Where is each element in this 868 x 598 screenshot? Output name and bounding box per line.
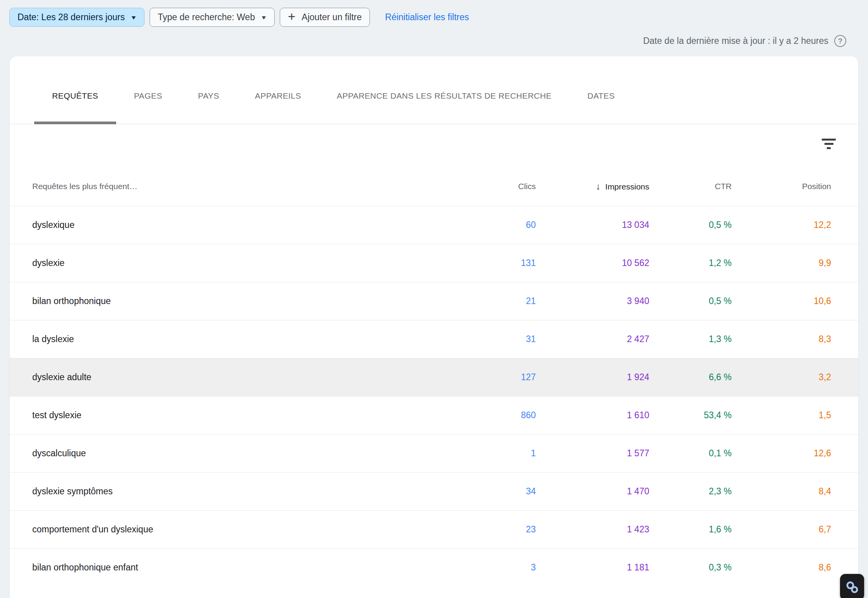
impressions-cell: 1 423 [536,510,649,548]
impressions-cell: 1 470 [536,472,649,510]
tab-dates[interactable]: DATES [570,68,633,124]
column-header-position[interactable]: Position [732,167,858,206]
impressions-cell: 2 427 [536,320,649,358]
impressions-cell: 1 181 [536,548,649,586]
ctr-cell: 1,6 % [649,510,732,548]
ctr-cell: 0,5 % [649,206,732,244]
position-cell: 6,7 [732,510,858,548]
clics-cell: 131 [423,244,536,282]
clics-cell: 1 [423,434,536,472]
impressions-cell: 13 034 [536,206,649,244]
clics-cell: 23 [423,510,536,548]
chevron-down-icon: ▼ [260,14,267,21]
ctr-cell: 6,6 % [649,358,732,396]
clics-cell: 127 [423,358,536,396]
clics-cell: 60 [423,206,536,244]
position-cell: 12,2 [732,206,858,244]
query-cell: comportement d'un dyslexique [10,510,423,548]
impressions-cell: 1 924 [536,358,649,396]
search-type-filter-chip[interactable]: Type de recherche: Web ▼ [150,8,275,27]
column-header-ctr[interactable]: CTR [649,167,732,206]
column-header-queries[interactable]: Requêtes les plus fréquent… [10,167,423,206]
table-row[interactable]: dyslexie adulte1271 9246,6 %3,2 [10,358,858,396]
table-row[interactable]: test dyslexie8601 61053,4 %1,5 [10,396,858,434]
table-row[interactable]: dyslexie13110 5621,2 %9,9 [10,244,858,282]
tab-apparence[interactable]: APPARENCE DANS LES RÉSULTATS DE RECHERCH… [319,68,570,124]
query-cell: dyslexie [10,244,423,282]
clics-cell: 21 [423,282,536,320]
position-cell: 8,4 [732,472,858,510]
position-cell: 12,6 [732,434,858,472]
position-cell: 8,6 [732,548,858,586]
help-icon[interactable]: ? [834,35,846,47]
impressions-cell: 1 610 [536,396,649,434]
ctr-cell: 1,2 % [649,244,732,282]
report-card: REQUÊTESPAGESPAYSAPPAREILSAPPARENCE DANS… [10,56,858,598]
search-type-filter-label: Type de recherche: Web [158,12,255,23]
tab-pages[interactable]: PAGES [116,68,180,124]
clics-cell: 31 [423,320,536,358]
position-cell: 9,9 [732,244,858,282]
table-header-row: Requêtes les plus fréquent… Clics ↓Impre… [10,167,858,206]
query-cell: dyscalculique [10,434,423,472]
table-row[interactable]: bilan orthophonique enfant31 1810,3 %8,6 [10,548,858,586]
query-cell: bilan orthophonique enfant [10,548,423,586]
add-filter-label: Ajouter un filtre [302,12,362,23]
table-row[interactable]: bilan orthophonique213 9400,5 %10,6 [10,282,858,320]
last-update-text: Date de la dernière mise à jour : il y a… [643,36,828,46]
tab-appareils[interactable]: APPAREILS [237,68,319,124]
query-cell: dyslexie symptômes [10,472,423,510]
query-cell: dyslexie adulte [10,358,423,396]
tab-pays[interactable]: PAYS [180,68,237,124]
sort-descending-icon: ↓ [596,181,601,191]
column-header-impressions[interactable]: ↓Impressions [536,167,649,206]
ctr-cell: 53,4 % [649,396,732,434]
share-link-button[interactable] [840,574,864,598]
chevron-down-icon: ▼ [130,14,137,21]
last-update-line: Date de la dernière mise à jour : il y a… [643,35,846,47]
reset-filters-link[interactable]: Réinitialiser les filtres [385,12,469,23]
ctr-cell: 1,3 % [649,320,732,358]
clics-cell: 860 [423,396,536,434]
impressions-cell: 10 562 [536,244,649,282]
link-icon [844,579,860,595]
filter-bar: Date: Les 28 derniers jours ▼ Type de re… [9,8,469,27]
position-cell: 8,3 [732,320,858,358]
clics-cell: 3 [423,548,536,586]
date-filter-chip[interactable]: Date: Les 28 derniers jours ▼ [9,8,145,27]
tab-requetes[interactable]: REQUÊTES [34,68,116,124]
impressions-cell: 3 940 [536,282,649,320]
ctr-cell: 0,5 % [649,282,732,320]
tabs: REQUÊTESPAGESPAYSAPPAREILSAPPARENCE DANS… [10,56,858,124]
impressions-cell: 1 577 [536,434,649,472]
table-toolbar [10,124,858,167]
plus-icon: + [288,10,295,23]
ctr-cell: 0,3 % [649,548,732,586]
position-cell: 3,2 [732,358,858,396]
query-cell: la dyslexie [10,320,423,358]
table-row[interactable]: dyslexie symptômes341 4702,3 %8,4 [10,472,858,510]
clics-cell: 34 [423,472,536,510]
queries-table: Requêtes les plus fréquent… Clics ↓Impre… [10,167,858,586]
table-row[interactable]: dyslexique6013 0340,5 %12,2 [10,206,858,244]
query-cell: bilan orthophonique [10,282,423,320]
table-row[interactable]: dyscalculique11 5770,1 %12,6 [10,434,858,472]
query-cell: test dyslexie [10,396,423,434]
date-filter-label: Date: Les 28 derniers jours [17,12,125,23]
filter-list-icon[interactable] [821,136,837,151]
position-cell: 10,6 [732,282,858,320]
table-row[interactable]: comportement d'un dyslexique231 4231,6 %… [10,510,858,548]
add-filter-button[interactable]: + Ajouter un filtre [280,8,370,27]
ctr-cell: 0,1 % [649,434,732,472]
position-cell: 1,5 [732,396,858,434]
query-cell: dyslexique [10,206,423,244]
ctr-cell: 2,3 % [649,472,732,510]
column-header-clics[interactable]: Clics [423,167,536,206]
table-row[interactable]: la dyslexie312 4271,3 %8,3 [10,320,858,358]
